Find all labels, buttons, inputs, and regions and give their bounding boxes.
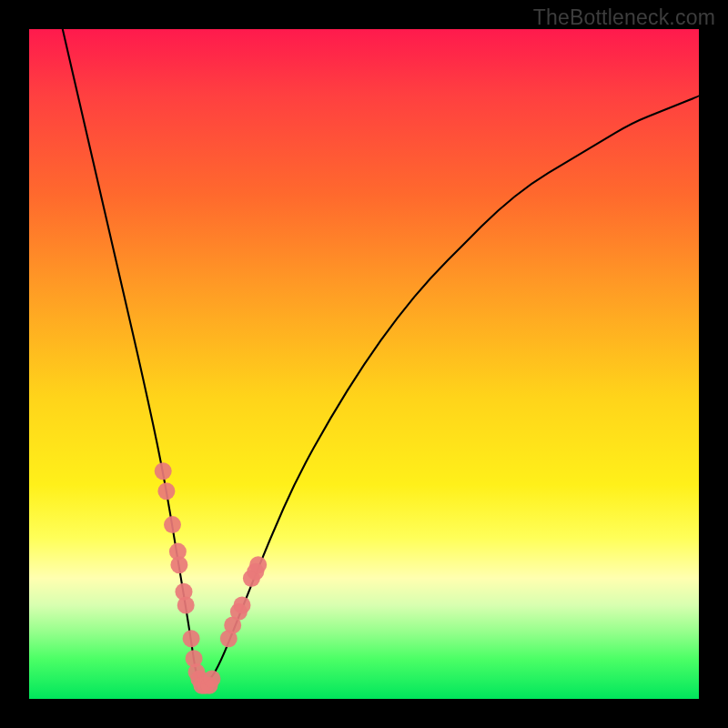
marker-dot [157,482,175,500]
marker-dot [183,630,200,647]
marker-dot [234,597,251,614]
marker-dot [155,462,172,480]
marker-dot [170,556,187,573]
marker-dot [249,556,267,573]
marker-dot [164,516,181,533]
chart-svg [29,29,699,699]
chart-frame: TheBottleneck.com [0,0,728,728]
marker-group [155,462,268,694]
plot-area [29,29,699,699]
bottleneck-curve-path [63,29,699,683]
watermark-text: TheBottleneck.com [533,5,715,30]
marker-dot [203,670,220,687]
marker-dot [177,597,195,614]
